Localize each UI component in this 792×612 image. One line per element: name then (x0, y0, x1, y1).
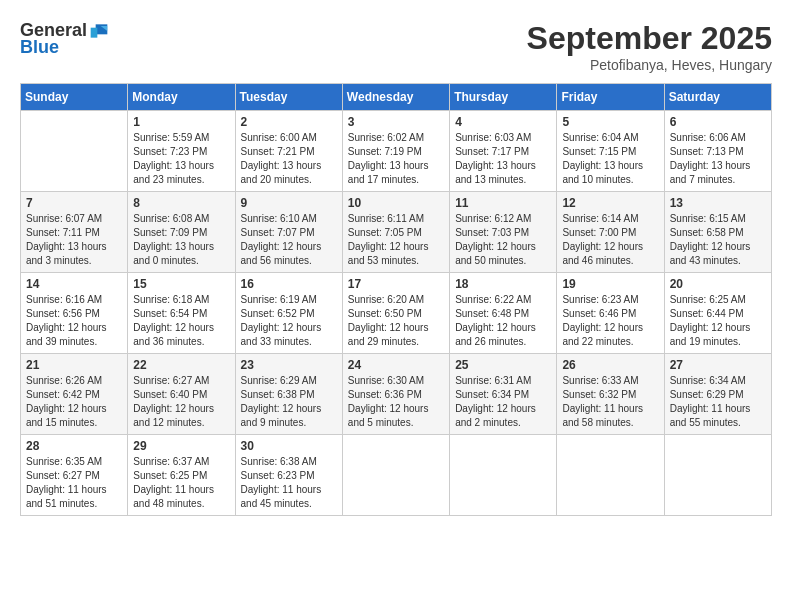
day-number: 22 (133, 358, 229, 372)
day-number: 2 (241, 115, 337, 129)
calendar-cell: 25Sunrise: 6:31 AMSunset: 6:34 PMDayligh… (450, 354, 557, 435)
day-detail: Sunrise: 6:22 AMSunset: 6:48 PMDaylight:… (455, 293, 551, 349)
logo-icon (89, 21, 109, 41)
day-number: 23 (241, 358, 337, 372)
calendar-cell: 14Sunrise: 6:16 AMSunset: 6:56 PMDayligh… (21, 273, 128, 354)
day-detail: Sunrise: 6:20 AMSunset: 6:50 PMDaylight:… (348, 293, 444, 349)
day-detail: Sunrise: 6:15 AMSunset: 6:58 PMDaylight:… (670, 212, 766, 268)
calendar-week-row: 28Sunrise: 6:35 AMSunset: 6:27 PMDayligh… (21, 435, 772, 516)
day-detail: Sunrise: 6:16 AMSunset: 6:56 PMDaylight:… (26, 293, 122, 349)
calendar-cell: 26Sunrise: 6:33 AMSunset: 6:32 PMDayligh… (557, 354, 664, 435)
day-number: 9 (241, 196, 337, 210)
day-detail: Sunrise: 6:25 AMSunset: 6:44 PMDaylight:… (670, 293, 766, 349)
calendar-week-row: 14Sunrise: 6:16 AMSunset: 6:56 PMDayligh… (21, 273, 772, 354)
day-header-sunday: Sunday (21, 84, 128, 111)
calendar-table: SundayMondayTuesdayWednesdayThursdayFrid… (20, 83, 772, 516)
day-number: 27 (670, 358, 766, 372)
calendar-cell: 7Sunrise: 6:07 AMSunset: 7:11 PMDaylight… (21, 192, 128, 273)
calendar-cell: 11Sunrise: 6:12 AMSunset: 7:03 PMDayligh… (450, 192, 557, 273)
calendar-header-row: SundayMondayTuesdayWednesdayThursdayFrid… (21, 84, 772, 111)
day-number: 14 (26, 277, 122, 291)
calendar-cell: 17Sunrise: 6:20 AMSunset: 6:50 PMDayligh… (342, 273, 449, 354)
calendar-week-row: 1Sunrise: 5:59 AMSunset: 7:23 PMDaylight… (21, 111, 772, 192)
title-section: September 2025 Petofibanya, Heves, Hunga… (527, 20, 772, 73)
calendar-cell: 2Sunrise: 6:00 AMSunset: 7:21 PMDaylight… (235, 111, 342, 192)
calendar-cell (450, 435, 557, 516)
day-detail: Sunrise: 6:33 AMSunset: 6:32 PMDaylight:… (562, 374, 658, 430)
day-number: 4 (455, 115, 551, 129)
calendar-cell: 13Sunrise: 6:15 AMSunset: 6:58 PMDayligh… (664, 192, 771, 273)
day-detail: Sunrise: 6:31 AMSunset: 6:34 PMDaylight:… (455, 374, 551, 430)
calendar-cell: 20Sunrise: 6:25 AMSunset: 6:44 PMDayligh… (664, 273, 771, 354)
day-detail: Sunrise: 6:38 AMSunset: 6:23 PMDaylight:… (241, 455, 337, 511)
day-detail: Sunrise: 6:02 AMSunset: 7:19 PMDaylight:… (348, 131, 444, 187)
day-detail: Sunrise: 6:11 AMSunset: 7:05 PMDaylight:… (348, 212, 444, 268)
calendar-cell: 22Sunrise: 6:27 AMSunset: 6:40 PMDayligh… (128, 354, 235, 435)
calendar-cell: 29Sunrise: 6:37 AMSunset: 6:25 PMDayligh… (128, 435, 235, 516)
day-detail: Sunrise: 6:10 AMSunset: 7:07 PMDaylight:… (241, 212, 337, 268)
day-number: 7 (26, 196, 122, 210)
day-number: 28 (26, 439, 122, 453)
calendar-week-row: 7Sunrise: 6:07 AMSunset: 7:11 PMDaylight… (21, 192, 772, 273)
svg-marker-1 (91, 27, 98, 37)
calendar-cell: 23Sunrise: 6:29 AMSunset: 6:38 PMDayligh… (235, 354, 342, 435)
day-number: 13 (670, 196, 766, 210)
day-header-friday: Friday (557, 84, 664, 111)
calendar-cell: 30Sunrise: 6:38 AMSunset: 6:23 PMDayligh… (235, 435, 342, 516)
calendar-cell: 9Sunrise: 6:10 AMSunset: 7:07 PMDaylight… (235, 192, 342, 273)
calendar-cell: 4Sunrise: 6:03 AMSunset: 7:17 PMDaylight… (450, 111, 557, 192)
day-number: 15 (133, 277, 229, 291)
calendar-cell (557, 435, 664, 516)
day-number: 17 (348, 277, 444, 291)
day-number: 24 (348, 358, 444, 372)
calendar-cell: 5Sunrise: 6:04 AMSunset: 7:15 PMDaylight… (557, 111, 664, 192)
day-number: 1 (133, 115, 229, 129)
calendar-week-row: 21Sunrise: 6:26 AMSunset: 6:42 PMDayligh… (21, 354, 772, 435)
day-detail: Sunrise: 6:27 AMSunset: 6:40 PMDaylight:… (133, 374, 229, 430)
day-number: 11 (455, 196, 551, 210)
day-number: 12 (562, 196, 658, 210)
day-number: 10 (348, 196, 444, 210)
day-number: 30 (241, 439, 337, 453)
day-detail: Sunrise: 6:04 AMSunset: 7:15 PMDaylight:… (562, 131, 658, 187)
calendar-cell (21, 111, 128, 192)
day-number: 3 (348, 115, 444, 129)
calendar-cell: 15Sunrise: 6:18 AMSunset: 6:54 PMDayligh… (128, 273, 235, 354)
day-detail: Sunrise: 6:35 AMSunset: 6:27 PMDaylight:… (26, 455, 122, 511)
day-detail: Sunrise: 6:23 AMSunset: 6:46 PMDaylight:… (562, 293, 658, 349)
calendar-cell: 28Sunrise: 6:35 AMSunset: 6:27 PMDayligh… (21, 435, 128, 516)
day-header-wednesday: Wednesday (342, 84, 449, 111)
day-detail: Sunrise: 6:26 AMSunset: 6:42 PMDaylight:… (26, 374, 122, 430)
day-number: 6 (670, 115, 766, 129)
main-title: September 2025 (527, 20, 772, 57)
calendar-cell: 12Sunrise: 6:14 AMSunset: 7:00 PMDayligh… (557, 192, 664, 273)
day-detail: Sunrise: 6:29 AMSunset: 6:38 PMDaylight:… (241, 374, 337, 430)
day-number: 8 (133, 196, 229, 210)
logo: General Blue (20, 20, 109, 58)
day-detail: Sunrise: 5:59 AMSunset: 7:23 PMDaylight:… (133, 131, 229, 187)
calendar-cell: 18Sunrise: 6:22 AMSunset: 6:48 PMDayligh… (450, 273, 557, 354)
calendar-cell: 6Sunrise: 6:06 AMSunset: 7:13 PMDaylight… (664, 111, 771, 192)
day-header-saturday: Saturday (664, 84, 771, 111)
day-detail: Sunrise: 6:07 AMSunset: 7:11 PMDaylight:… (26, 212, 122, 268)
calendar-cell: 8Sunrise: 6:08 AMSunset: 7:09 PMDaylight… (128, 192, 235, 273)
calendar-cell (664, 435, 771, 516)
day-detail: Sunrise: 6:03 AMSunset: 7:17 PMDaylight:… (455, 131, 551, 187)
day-number: 18 (455, 277, 551, 291)
day-detail: Sunrise: 6:30 AMSunset: 6:36 PMDaylight:… (348, 374, 444, 430)
subtitle: Petofibanya, Heves, Hungary (527, 57, 772, 73)
day-number: 26 (562, 358, 658, 372)
calendar-cell: 10Sunrise: 6:11 AMSunset: 7:05 PMDayligh… (342, 192, 449, 273)
day-number: 19 (562, 277, 658, 291)
logo-blue: Blue (20, 37, 59, 58)
page-header: General Blue September 2025 Petofibanya,… (20, 20, 772, 73)
day-number: 20 (670, 277, 766, 291)
day-number: 16 (241, 277, 337, 291)
calendar-cell (342, 435, 449, 516)
calendar-cell: 24Sunrise: 6:30 AMSunset: 6:36 PMDayligh… (342, 354, 449, 435)
day-detail: Sunrise: 6:06 AMSunset: 7:13 PMDaylight:… (670, 131, 766, 187)
calendar-cell: 21Sunrise: 6:26 AMSunset: 6:42 PMDayligh… (21, 354, 128, 435)
day-header-monday: Monday (128, 84, 235, 111)
calendar-cell: 16Sunrise: 6:19 AMSunset: 6:52 PMDayligh… (235, 273, 342, 354)
day-header-tuesday: Tuesday (235, 84, 342, 111)
